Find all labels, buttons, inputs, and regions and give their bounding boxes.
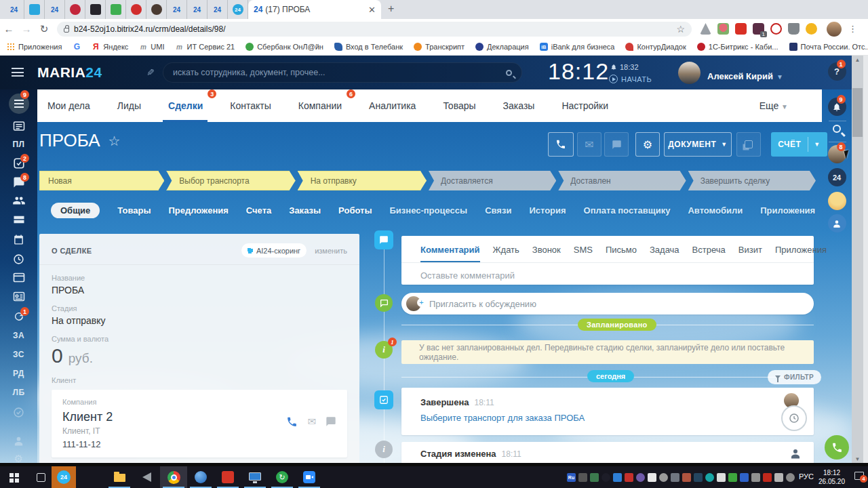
app-logo[interactable]: MARIA24 — [37, 64, 102, 81]
news-item[interactable] — [0, 121, 37, 131]
scrollbar-thumb[interactable] — [852, 88, 863, 137]
start-button[interactable] — [0, 466, 27, 488]
tab-supplier-payment[interactable]: Оплата поставщику — [584, 205, 671, 216]
chat-icon[interactable] — [326, 416, 336, 427]
tray-icon-ru[interactable]: Ru — [567, 473, 576, 482]
tray-icon[interactable] — [625, 473, 633, 482]
deal-name-value[interactable]: ПРОБА — [52, 285, 347, 296]
grey-extension-icon[interactable] — [788, 23, 800, 35]
nav-more[interactable]: Еще ▼ — [760, 100, 788, 111]
tab-call[interactable]: Звонок — [532, 245, 561, 262]
mail-icon[interactable]: ✉ — [307, 415, 316, 428]
microphone-icon[interactable] — [786, 473, 795, 482]
timeline-entry-completed[interactable]: Завершена 18:11 Выберите транспорт для з… — [401, 388, 814, 435]
tray-icon[interactable] — [636, 473, 645, 482]
callback-button[interactable] — [822, 435, 852, 460]
tray-icon[interactable] — [590, 473, 599, 482]
tray-icon[interactable] — [717, 473, 726, 482]
company-card[interactable]: Компания Клиент 2 Клиент, IT 111-11-12 ✉ — [52, 390, 347, 458]
bookmark-google[interactable]: G — [73, 43, 81, 51]
calendar-item[interactable] — [0, 234, 37, 245]
document-button[interactable]: ДОКУМЕНТ▼ — [664, 132, 732, 157]
tab-comment[interactable]: Комментарий — [420, 245, 480, 262]
stage-delivered[interactable]: Доставлен — [558, 171, 686, 190]
shield-extension-icon[interactable]: 1 — [753, 23, 764, 35]
tray-icon[interactable] — [671, 473, 679, 482]
pinned-tab[interactable] — [24, 0, 45, 19]
tab-sms[interactable]: SMS — [574, 245, 593, 262]
start-workday[interactable]: НАЧАТЬ — [609, 75, 652, 83]
email-button[interactable]: ✉ — [577, 132, 601, 157]
tab-invoices[interactable]: Счета — [246, 205, 271, 216]
user-avatar[interactable] — [678, 62, 701, 84]
nav-analytics[interactable]: Аналитика — [369, 100, 416, 111]
tab-apps[interactable]: Приложения — [775, 245, 827, 262]
edit-link[interactable]: изменить — [315, 247, 347, 255]
tray-icon[interactable] — [601, 473, 610, 482]
phone-icon[interactable] — [286, 416, 298, 428]
pdf-extension-icon[interactable] — [735, 23, 747, 35]
bookmark-star-icon[interactable]: ☆ — [676, 24, 685, 35]
nav-orders[interactable]: Заказы — [503, 100, 535, 111]
comment-input[interactable] — [420, 270, 795, 281]
groups-item[interactable] — [0, 195, 37, 206]
notifications-button[interactable]: 9 — [822, 98, 852, 116]
ai-scoring-button[interactable]: AI24-скоринг — [241, 243, 307, 258]
global-search-input[interactable] — [173, 68, 506, 77]
pinned-tab[interactable]: 24 — [167, 0, 187, 19]
bookmark-transcript[interactable]: Транскрипт — [414, 43, 465, 51]
tab-wait[interactable]: Ждать — [493, 245, 519, 262]
orange-extension-icon[interactable] — [806, 23, 817, 35]
tray-icon[interactable] — [705, 473, 714, 482]
worktime-clock[interactable]: 18:12 — [548, 58, 609, 85]
edit-logo-icon[interactable]: ✎ — [146, 67, 155, 78]
bitrix24-button[interactable]: 24 — [822, 168, 852, 186]
live-feed-item[interactable]: 9 — [0, 94, 37, 114]
taskbar-app-red[interactable] — [214, 466, 241, 488]
user-menu[interactable]: Алексей Кирий▼ — [707, 71, 783, 81]
taskbar-bitrix24[interactable]: 24 — [52, 466, 76, 488]
clock-date[interactable]: 18:1226.05.20 — [818, 468, 845, 486]
tab-history[interactable]: История — [529, 205, 566, 216]
invoice-button[interactable]: СЧЁТ▼ — [771, 132, 827, 157]
menu-hamburger-icon[interactable] — [12, 68, 24, 77]
tray-icon[interactable] — [648, 473, 656, 482]
tab-meeting[interactable]: Встреча — [692, 245, 726, 262]
call-button[interactable] — [548, 132, 574, 157]
url-input[interactable] — [74, 24, 671, 34]
taskbar-zoom[interactable] — [296, 466, 323, 488]
tab-links[interactable]: Связи — [485, 205, 511, 216]
bookmark-pochta[interactable]: Почта России. Отс... — [789, 43, 868, 51]
tray-icon[interactable] — [694, 473, 703, 482]
flower-extension-icon[interactable] — [717, 23, 729, 35]
bookmark-yandex[interactable]: ЯЯндекс — [92, 43, 128, 51]
nav-contacts[interactable]: Контакты — [230, 100, 271, 111]
tab-task[interactable]: Задача — [650, 245, 679, 262]
tray-icon[interactable] — [659, 473, 668, 482]
tray-icon[interactable] — [763, 473, 772, 482]
stage-close[interactable]: Завершить сделку — [688, 171, 816, 190]
time-item[interactable] — [0, 253, 37, 265]
settings-button[interactable]: ⚙ — [635, 132, 660, 157]
scroll-up-icon[interactable]: ▲ — [852, 57, 863, 63]
pinned-tab[interactable]: 24 — [187, 0, 208, 19]
deal-stage-value[interactable]: На отправку — [52, 315, 347, 326]
sidebar-item-lb[interactable]: ЛБ — [0, 388, 37, 397]
pinned-tab[interactable]: 24 — [4, 0, 24, 19]
favorite-star-icon[interactable]: ☆ — [108, 133, 121, 149]
contact-center-item[interactable] — [0, 291, 37, 302]
deal-amount-value[interactable]: 0 — [52, 344, 63, 367]
tray-icon[interactable] — [774, 473, 783, 482]
browser-profile-avatar[interactable] — [827, 22, 842, 37]
filter-button[interactable]: ФИЛЬТР — [768, 370, 821, 384]
new-tab-button[interactable]: + — [388, 3, 394, 15]
pinned-tab[interactable] — [146, 0, 167, 19]
tab-orders[interactable]: Заказы — [289, 205, 321, 216]
tray-icon[interactable] — [578, 473, 587, 482]
tray-icon[interactable] — [740, 473, 749, 482]
language-indicator[interactable]: РУС — [799, 472, 814, 481]
nav-settings[interactable]: Настройки — [561, 100, 608, 111]
help-button[interactable]: ?1 — [822, 62, 852, 81]
tray-icon[interactable] — [728, 473, 737, 482]
check-item[interactable] — [0, 407, 37, 418]
